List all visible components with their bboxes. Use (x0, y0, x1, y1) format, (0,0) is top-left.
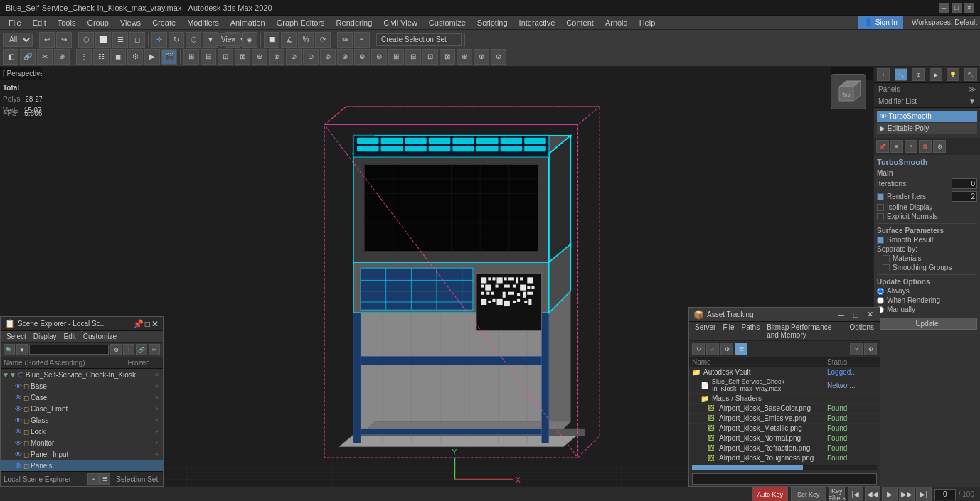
menu-content[interactable]: Content (560, 17, 600, 28)
menu-help[interactable]: Help (634, 17, 661, 28)
next-key-btn[interactable]: ▶▶ (899, 487, 915, 502)
render-setup-btn[interactable]: ⚙ (127, 49, 143, 65)
menu-modifiers[interactable]: Modifiers (181, 17, 225, 28)
scene-item-panels[interactable]: 👁 ◻ Panels ✦ (1, 460, 163, 471)
tb-btn-9[interactable]: ⊚ (320, 49, 336, 65)
ts-render-iters-checkbox[interactable] (877, 193, 884, 200)
tb-btn-10[interactable]: ⊛ (337, 49, 353, 65)
at-row-maxfile[interactable]: 📄 Blue_Self-Service_Check-In_Kiosk_max_v… (689, 377, 880, 394)
remove-modifier-btn[interactable]: 🗑 (919, 140, 932, 153)
ts-smooth-checkbox[interactable] (877, 237, 884, 244)
menu-civil-view[interactable]: Civil View (378, 17, 422, 28)
menu-file[interactable]: File (3, 17, 27, 28)
menu-customize[interactable]: Customize (423, 17, 472, 28)
prev-key-btn[interactable]: ◀◀ (865, 487, 880, 502)
sign-in-button[interactable]: 👤 Sign In (858, 16, 903, 29)
scene-item-root[interactable]: ▼ ▼ ⬡ Blue_Self-Service_Check-In_Kiosk ❄ (1, 369, 163, 380)
create-panel-btn[interactable]: + (877, 68, 890, 81)
editable-poly-modifier[interactable]: ▶ Editable Poly (877, 123, 977, 134)
tb-btn-18[interactable]: ⊗ (474, 49, 489, 65)
link-btn[interactable]: 🔗 (20, 49, 36, 65)
tb-btn-19[interactable]: ⊘ (491, 49, 506, 65)
menu-tools[interactable]: Tools (52, 17, 82, 28)
scene-item-panel-input[interactable]: 👁 ◻ Panel_Input ✦ (1, 448, 163, 460)
scene-explorer-close-btn[interactable]: ✕ (151, 319, 159, 329)
display-panel-btn[interactable]: 💡 (947, 68, 959, 81)
menu-animation[interactable]: Animation (225, 17, 271, 28)
maximize-button[interactable]: □ (952, 3, 962, 13)
layer-btn[interactable]: ◧ (3, 49, 18, 65)
at-minimize-btn[interactable]: ─ (836, 309, 847, 320)
tb-btn-7[interactable]: ⊘ (286, 49, 302, 65)
snap-toggle[interactable]: 🔲 (264, 32, 279, 48)
tb-btn-5[interactable]: ⊕ (252, 49, 267, 65)
tb-btn-16[interactable]: ⊠ (440, 49, 455, 65)
se-footer-add-btn[interactable]: + (87, 473, 99, 485)
ts-always-radio[interactable] (877, 288, 884, 295)
make-unique-btn[interactable]: ⋮ (905, 140, 917, 153)
ts-explicit-checkbox[interactable] (877, 213, 884, 220)
snap-angle[interactable]: ∡ (281, 32, 297, 48)
at-paths-btn[interactable]: Paths (739, 323, 763, 340)
hierarchy-panel-btn[interactable]: ⊕ (912, 68, 925, 81)
menu-arnold[interactable]: Arnold (600, 17, 634, 28)
at-maximize-btn[interactable]: □ (850, 309, 861, 320)
rotate-button[interactable]: ↻ (169, 32, 184, 48)
tb-btn-17[interactable]: ⊕ (457, 49, 472, 65)
undo-button[interactable]: ↩ (39, 32, 55, 48)
pin-stack-btn[interactable]: 📌 (876, 140, 889, 153)
se-display-btn[interactable]: Display (31, 332, 60, 341)
play-btn[interactable]: ▶ (882, 487, 898, 502)
ts-isoline-checkbox[interactable] (877, 204, 884, 211)
at-row-normal[interactable]: 🖼 Airport_kiosk_Normal.png Found (689, 433, 880, 443)
configure-modifier-btn[interactable]: ⚙ (933, 140, 946, 153)
ts-render-iters-input[interactable] (952, 191, 977, 202)
motion-panel-btn[interactable]: ▶ (930, 68, 942, 81)
snap-percent[interactable]: % (298, 32, 314, 48)
auto-key-btn[interactable]: Auto Key (752, 487, 788, 502)
at-list-view-btn[interactable]: ☰ (735, 343, 747, 355)
show-end-result-btn[interactable]: ≡ (890, 140, 903, 153)
se-filter-btn[interactable]: ▼ (16, 344, 28, 355)
at-refresh-btn[interactable]: ↻ (692, 343, 705, 355)
sel-filter-button[interactable]: ◻ (129, 32, 145, 48)
se-footer-list-btn[interactable]: ☰ (99, 473, 110, 485)
tb-btn-15[interactable]: ⊡ (422, 49, 438, 65)
render-frame-btn[interactable]: ▶ (144, 49, 160, 65)
ts-smoothing-checkbox[interactable] (883, 264, 890, 271)
unlink-btn[interactable]: ✂ (37, 49, 53, 65)
selection-filter-select[interactable]: All (3, 33, 33, 47)
utilities-panel-btn[interactable]: 🔨 (964, 68, 977, 81)
menu-edit[interactable]: Edit (27, 17, 52, 28)
scene-item-monitor[interactable]: 👁 ◻ Monitor ✦ (1, 437, 163, 448)
se-search-btn[interactable]: 🔍 (4, 344, 15, 355)
move-button[interactable]: ✛ (151, 32, 167, 48)
select-obj-button[interactable]: ⬡ (78, 32, 94, 48)
at-row-basecolor[interactable]: 🖼 Airport_kiosk_BaseColor.png Found (689, 404, 880, 414)
select-region-button[interactable]: ⬜ (95, 32, 111, 48)
se-select-btn[interactable]: Select (4, 332, 29, 341)
menu-interactive[interactable]: Interactive (513, 17, 561, 28)
at-path-input[interactable] (692, 473, 877, 485)
render-prod-btn[interactable]: 🎬 (161, 49, 177, 65)
tb-btn-1[interactable]: ⊞ (183, 49, 199, 65)
at-row-metallic[interactable]: 🖼 Airport_kiosk_Metallic.png Found (689, 424, 880, 433)
scene-item-lock[interactable]: 👁 ◻ Lock ✦ (1, 426, 163, 437)
redo-button[interactable]: ↪ (56, 32, 72, 48)
tb-btn-13[interactable]: ⊞ (388, 49, 404, 65)
scene-graph-btn[interactable]: ⋮ (76, 49, 92, 65)
at-check-btn[interactable]: ✓ (706, 343, 719, 355)
menu-create[interactable]: Create (147, 17, 181, 28)
turbosmooth-modifier[interactable]: 👁 TurboSmooth (877, 111, 977, 122)
at-server-btn[interactable]: Server (692, 323, 718, 340)
menu-scripting[interactable]: Scripting (472, 17, 513, 28)
scene-item-glass[interactable]: 👁 ◻ Glass ✦ (1, 414, 163, 426)
at-bitmap-btn[interactable]: Bitmap Performance and Memory (764, 323, 845, 340)
at-row-vault[interactable]: 📁 Autodesk Vault Logged... (689, 367, 880, 377)
select-by-name-button[interactable]: ☰ (112, 32, 128, 48)
se-unlink-btn[interactable]: ✂ (149, 344, 160, 355)
tb-btn-6[interactable]: ⊗ (269, 49, 284, 65)
modify-panel-btn[interactable]: 🔧 (895, 68, 907, 81)
align-button[interactable]: ≡ (354, 32, 370, 48)
at-row-roughness[interactable]: 🖼 Airport_kiosk_Roughness.png Found (689, 453, 880, 463)
